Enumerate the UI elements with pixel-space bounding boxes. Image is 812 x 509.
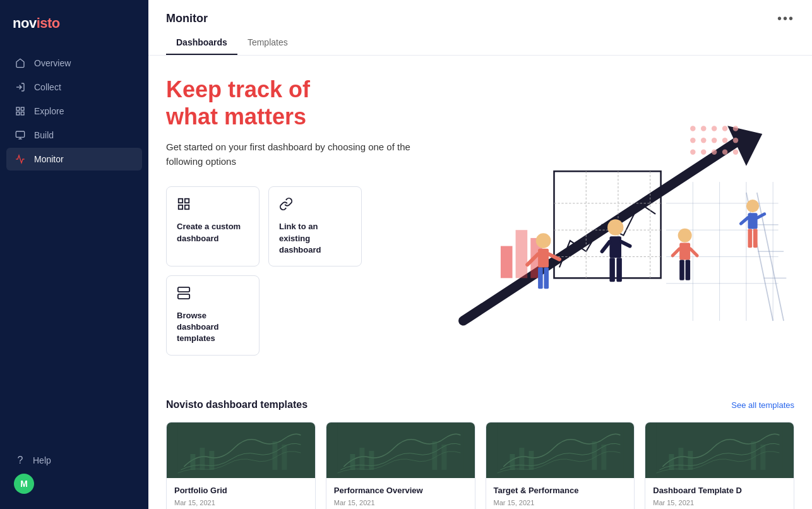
sidebar-item-label: Overview: [34, 58, 71, 68]
avatar[interactable]: M: [14, 474, 34, 494]
svg-rect-47: [609, 258, 614, 282]
templates-title: Novisto dashboard templates: [166, 399, 307, 410]
svg-rect-11: [185, 205, 189, 209]
svg-point-66: [722, 126, 727, 131]
monitor-icon: [14, 154, 27, 164]
svg-line-49: [602, 242, 610, 251]
sidebar-item-explore[interactable]: Explore: [6, 100, 142, 123]
svg-point-69: [701, 138, 706, 143]
sidebar-item-monitor[interactable]: Monitor: [6, 148, 142, 171]
action-card-browse-templates[interactable]: Browse dashboard templates: [166, 275, 260, 356]
svg-rect-100: [751, 441, 756, 470]
svg-point-39: [536, 233, 551, 248]
explore-icon: [14, 106, 27, 116]
logo: novisto: [0, 0, 148, 52]
template-card-dashboard-template-d[interactable]: Dashboard Template D Mar 15, 2021 Use te…: [645, 422, 794, 509]
template-thumbnail: [167, 422, 315, 478]
logo-part1: nov: [13, 15, 37, 31]
create-custom-label: Create a custom dashboard: [177, 221, 249, 244]
svg-rect-23: [501, 246, 513, 278]
template-card-performance-overview[interactable]: Performance Overview Mar 15, 2021 Use te…: [326, 422, 475, 509]
header-menu-button[interactable]: •••: [777, 11, 794, 26]
link-existing-label: Link to an existing dashboard: [279, 221, 351, 256]
build-icon: [14, 130, 27, 140]
svg-rect-9: [185, 199, 189, 203]
template-info: Portfolio Grid Mar 15, 2021 Use template: [167, 478, 315, 509]
svg-rect-88: [432, 441, 437, 470]
template-info: Target & Performance Mar 15, 2021 Use te…: [486, 478, 635, 509]
hero-illustration: [431, 76, 794, 381]
template-thumbnail: [486, 422, 635, 478]
template-date: Mar 15, 2021: [653, 499, 786, 506]
svg-rect-4: [21, 112, 24, 115]
templates-section: Novisto dashboard templates See all temp…: [166, 381, 794, 509]
see-all-link[interactable]: See all templates: [731, 400, 794, 410]
svg-point-71: [722, 138, 727, 143]
svg-line-62: [758, 214, 765, 218]
svg-rect-48: [616, 258, 621, 282]
help-item[interactable]: ? Help: [14, 455, 134, 466]
svg-rect-24: [516, 230, 528, 278]
logo-part2: isto: [37, 15, 60, 31]
svg-point-63: [690, 126, 695, 131]
svg-rect-2: [21, 107, 24, 111]
tab-dashboards[interactable]: Dashboards: [166, 32, 237, 55]
template-info: Performance Overview Mar 15, 2021 Use te…: [326, 478, 475, 509]
svg-rect-87: [369, 451, 374, 470]
overview-icon: [14, 58, 27, 68]
sidebar-nav: Overview Collect Explore Build Monitor: [0, 52, 148, 445]
sidebar-item-label: Collect: [34, 82, 61, 92]
sidebar-item-label: Monitor: [34, 154, 64, 164]
svg-point-51: [678, 229, 692, 243]
sidebar-item-label: Build: [34, 130, 54, 140]
tab-templates[interactable]: Templates: [237, 32, 298, 55]
browse-templates-label: Browse dashboard templates: [177, 310, 249, 345]
link-existing-icon: [279, 197, 351, 215]
help-icon: ?: [14, 455, 27, 466]
svg-line-50: [621, 242, 630, 246]
svg-rect-53: [679, 260, 684, 280]
svg-point-45: [607, 219, 623, 235]
header: Monitor ••• DashboardsTemplates: [148, 0, 812, 56]
svg-rect-54: [686, 260, 691, 280]
svg-rect-94: [592, 441, 597, 470]
sidebar-item-overview[interactable]: Overview: [6, 52, 142, 75]
svg-rect-12: [178, 287, 189, 292]
template-date: Mar 15, 2021: [174, 499, 307, 506]
action-card-create-custom[interactable]: Create a custom dashboard: [166, 186, 260, 266]
browse-templates-icon: [177, 286, 249, 304]
svg-line-61: [741, 218, 748, 224]
template-name: Dashboard Template D: [653, 486, 786, 495]
action-card-link-existing[interactable]: Link to an existing dashboard: [268, 186, 362, 266]
svg-rect-92: [519, 448, 524, 470]
svg-rect-82: [272, 441, 277, 470]
sidebar-bottom: ? Help M: [0, 445, 148, 509]
sidebar-item-collect[interactable]: Collect: [6, 76, 142, 99]
svg-rect-8: [179, 199, 182, 203]
svg-rect-3: [16, 112, 20, 115]
svg-rect-13: [178, 294, 189, 299]
hero-left: Keep track ofwhat matters Get started on…: [166, 76, 431, 381]
svg-rect-1: [16, 107, 20, 111]
svg-point-64: [701, 126, 706, 131]
svg-point-72: [733, 138, 738, 143]
svg-rect-46: [609, 236, 621, 258]
create-custom-icon: [177, 197, 249, 215]
svg-rect-81: [209, 451, 214, 470]
svg-point-68: [690, 138, 695, 143]
svg-rect-99: [688, 451, 693, 470]
template-name: Target & Performance: [494, 486, 627, 495]
collect-icon: [14, 82, 27, 92]
template-card-portfolio-grid[interactable]: Portfolio Grid Mar 15, 2021 Use template: [166, 422, 316, 509]
illustration-svg: [431, 76, 794, 379]
svg-rect-95: [601, 445, 606, 470]
sidebar-item-build[interactable]: Build: [6, 124, 142, 147]
svg-rect-101: [761, 445, 766, 470]
template-card-target-performance[interactable]: Target & Performance Mar 15, 2021 Use te…: [486, 422, 635, 509]
svg-point-65: [712, 126, 717, 131]
svg-rect-79: [190, 454, 195, 470]
template-thumbnail: [326, 422, 475, 478]
template-date: Mar 15, 2021: [334, 499, 467, 506]
hero-title: Keep track ofwhat matters: [166, 76, 419, 130]
header-tabs: DashboardsTemplates: [166, 32, 794, 55]
